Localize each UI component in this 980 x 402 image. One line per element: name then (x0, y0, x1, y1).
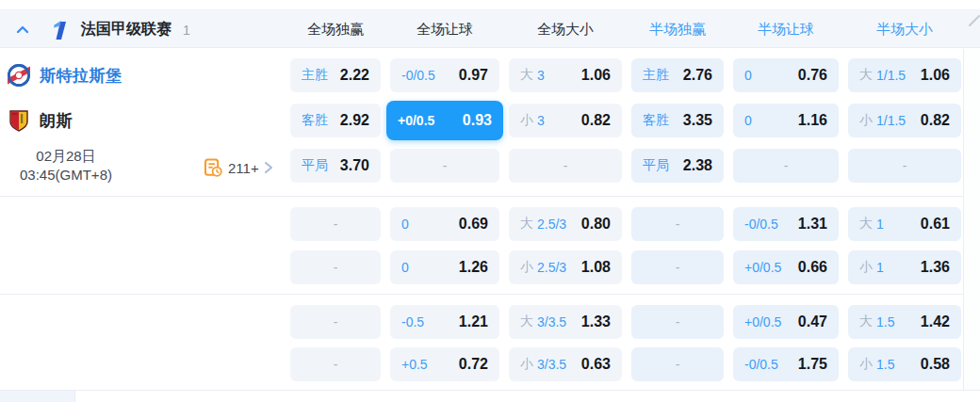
column-header-3[interactable]: 全场大小 (509, 10, 622, 49)
handicap-line: +0.5 (401, 357, 428, 372)
group-separator (0, 294, 980, 295)
odds-cell[interactable]: 01.26 (390, 250, 499, 284)
odds-cell[interactable]: +0.50.72 (390, 347, 499, 381)
odds-value: 0.61 (921, 216, 950, 233)
total-line: 大3 (520, 67, 545, 84)
odds-value: 2.92 (340, 112, 369, 129)
outcome-label: 主胜 (643, 67, 669, 84)
odds-cell[interactable]: 大1.51.42 (848, 305, 961, 339)
odds-value: 1.21 (459, 314, 488, 330)
odds-cell[interactable]: 小30.82 (509, 104, 622, 137)
odds-cell[interactable]: 客胜2.92 (290, 104, 381, 137)
more-markets-link[interactable]: 211+ (204, 156, 274, 179)
empty-odds: - (443, 158, 448, 173)
odds-cell: - (509, 149, 622, 183)
total-line: 大1.5 (859, 314, 894, 330)
handicap-line: -0.5 (401, 314, 424, 330)
odds-value: 1.06 (921, 67, 950, 84)
empty-odds: - (564, 158, 568, 173)
column-header-5[interactable]: 半场让球 (733, 10, 839, 49)
total-line: 小3 (520, 112, 545, 129)
odds-value: 1.42 (921, 314, 950, 330)
odds-value: 0.82 (921, 112, 950, 129)
odds-cell[interactable]: 01.16 (733, 104, 839, 137)
league-name[interactable]: 法国甲级联赛 (81, 20, 172, 40)
odds-cell: - (290, 347, 381, 381)
outcome-label: 客胜 (302, 112, 328, 129)
chevron-up-icon[interactable] (13, 21, 32, 40)
odds-cell[interactable]: 大1/1.51.06 (848, 58, 961, 92)
next-section-left-block (0, 391, 75, 402)
column-header-6[interactable]: 半场大小 (848, 10, 961, 49)
odds-cell[interactable]: +0/0.50.66 (733, 250, 839, 284)
odds-value: 0.82 (581, 112, 611, 129)
odds-cell[interactable]: 小1.50.58 (848, 347, 961, 381)
empty-odds: - (676, 357, 680, 372)
home-team-name[interactable]: 斯特拉斯堡 (40, 65, 122, 87)
outcome-label: 主胜 (302, 67, 328, 84)
right-gutter (963, 49, 980, 390)
odds-cell[interactable]: -0.51.21 (390, 305, 499, 339)
odds-value: 0.63 (581, 356, 611, 373)
odds-cell[interactable]: 00.76 (733, 58, 839, 92)
odds-cell[interactable]: +0/0.50.47 (733, 305, 839, 339)
odds-cell[interactable]: 大3/3.51.33 (509, 305, 622, 339)
odds-value: 0.76 (798, 67, 827, 84)
odds-value: 0.93 (463, 112, 492, 129)
odds-cell[interactable]: 小3/3.50.63 (509, 347, 622, 381)
odds-cell[interactable]: 大31.06 (509, 58, 622, 92)
odds-value: 2.38 (683, 157, 712, 174)
odds-cell[interactable]: -0/0.50.97 (390, 58, 499, 92)
odds-cell[interactable]: 大2.5/30.80 (509, 207, 622, 241)
empty-odds: - (676, 217, 680, 232)
odds-cell[interactable]: 客胜3.35 (631, 104, 724, 137)
column-header-4[interactable]: 半场独赢 (631, 10, 724, 49)
empty-odds: - (334, 217, 338, 232)
away-team-name[interactable]: 朗斯 (40, 110, 73, 132)
odds-cell: - (733, 149, 839, 183)
odds-value: 0.97 (459, 67, 488, 84)
odds-cell: - (290, 305, 381, 339)
column-header-2[interactable]: 全场让球 (390, 10, 499, 49)
handicap-line: -0/0.5 (744, 217, 778, 232)
handicap-line: 0 (401, 260, 409, 275)
odds-value: 1.33 (581, 314, 611, 330)
odds-cell[interactable]: -0/0.51.75 (733, 347, 839, 381)
odds-cell: - (848, 149, 961, 183)
home-team-crest-icon (8, 64, 30, 87)
odds-cell[interactable]: 小2.5/31.08 (509, 250, 622, 284)
odds-cell[interactable]: 00.69 (390, 207, 499, 241)
handicap-line: +0/0.5 (398, 113, 434, 128)
total-line: 小1 (859, 259, 884, 276)
odds-cell[interactable]: 小11.36 (848, 250, 961, 284)
total-line: 大1 (859, 216, 884, 233)
empty-odds: - (676, 260, 680, 275)
odds-cell[interactable]: 大10.61 (848, 207, 961, 241)
odds-cell[interactable]: 小1/1.50.82 (848, 104, 961, 137)
partial-corner-icon (968, 14, 980, 27)
match-time: 03:45(GMT+8) (0, 166, 132, 185)
odds-value: 1.06 (581, 67, 611, 84)
league-header-left: 法国甲级联赛 1 (0, 10, 290, 49)
match-date: 02月28日 (0, 147, 132, 166)
odds-value: 0.69 (459, 216, 488, 233)
odds-cell[interactable]: 主胜2.22 (290, 58, 381, 92)
outcome-label: 客胜 (643, 112, 669, 129)
odds-cell[interactable]: -0/0.51.31 (733, 207, 839, 241)
odds-cell[interactable]: 平局2.38 (631, 149, 724, 183)
home-team-row[interactable]: 斯特拉斯堡 (0, 58, 283, 92)
odds-cell: - (631, 305, 724, 339)
odds-cell[interactable]: 平局3.70 (290, 149, 381, 183)
odds-value: 1.26 (459, 259, 488, 276)
column-header-1[interactable]: 全场独赢 (290, 10, 381, 49)
handicap-line: +0/0.5 (744, 260, 781, 275)
empty-odds: - (334, 357, 338, 372)
odds-value: 0.66 (798, 259, 827, 276)
empty-odds: - (334, 260, 338, 275)
league-match-count: 1 (183, 23, 190, 38)
odds-cell[interactable]: 主胜2.76 (631, 58, 724, 92)
away-team-row[interactable]: 朗斯 (0, 104, 283, 137)
odds-value: 1.31 (798, 216, 827, 233)
odds-cell[interactable]: +0/0.50.93 (386, 101, 503, 140)
match-history-icon (204, 158, 223, 178)
